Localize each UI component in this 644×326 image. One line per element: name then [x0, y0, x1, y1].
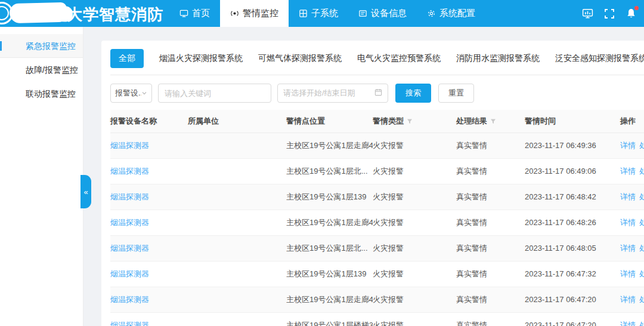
device-name-link[interactable]: 烟温探测器	[110, 269, 149, 278]
handle-link[interactable]: 处理	[639, 167, 644, 176]
field-select-value: 报警设...	[115, 88, 141, 99]
alarm-table: 报警设备名称 所属单位 警情点位置 警情类型 处理结果 警情时间 操作 烟温探测…	[110, 110, 644, 326]
handle-link[interactable]: 处理	[639, 321, 644, 326]
tab-combustible-gas[interactable]: 可燃气体探测报警系统	[258, 53, 342, 64]
detail-link[interactable]: 详情	[620, 218, 636, 227]
detail-link[interactable]: 详情	[620, 295, 636, 304]
alarm-time-cell: 2023-11-17 06:47:32	[525, 261, 620, 287]
app-title: 大学智慧消防	[67, 4, 163, 25]
fullscreen-icon[interactable]	[604, 8, 615, 19]
alarm-time-cell: 2023-11-17 06:48:05	[525, 235, 620, 261]
nav-item-label: 系统配置	[439, 8, 475, 19]
table-row: 烟温探测器 主校区19号公寓1层北... 火灾报警 真实警情 2023-11-1…	[110, 158, 644, 184]
sidebar-collapse-handle[interactable]: «	[80, 175, 91, 208]
sidebar-item-emergency-alarm[interactable]: 紧急报警监控	[0, 34, 83, 58]
nav-item-system-config[interactable]: 系统配置	[417, 0, 485, 27]
reset-button[interactable]: 重置	[438, 84, 474, 103]
handle-link[interactable]: 处理	[639, 141, 644, 150]
search-button[interactable]: 搜索	[395, 84, 431, 103]
notification-badge	[634, 6, 639, 10]
sidebar-item-linkage-alarm[interactable]: 联动报警监控	[0, 82, 83, 106]
filter-funnel-icon[interactable]	[407, 117, 413, 126]
tab-fire-water[interactable]: 消防用水监测报警系统	[456, 53, 540, 64]
alarm-type-cell: 火灾报警	[373, 312, 456, 326]
keyword-input[interactable]	[158, 84, 271, 103]
table-row: 烟温探测器 主校区19号公寓1层走廊4 火灾报警 真实警情 2023-11-17…	[110, 210, 644, 235]
device-name-link[interactable]: 烟温探测器	[110, 244, 149, 253]
detail-link[interactable]: 详情	[620, 141, 636, 150]
tab-electrical-fire[interactable]: 电气火灾监控预警系统	[357, 53, 441, 64]
unit-cell	[188, 312, 286, 326]
location-cell: 主校区19号公寓1层北...	[286, 158, 373, 184]
device-name-link[interactable]: 烟温探测器	[110, 141, 149, 150]
bell-icon[interactable]	[626, 8, 637, 19]
device-name-link[interactable]: 烟温探测器	[110, 218, 149, 227]
detail-link[interactable]: 详情	[620, 167, 636, 176]
handle-link[interactable]: 处理	[639, 295, 644, 304]
device-name-link[interactable]: 烟温探测器	[110, 295, 149, 304]
system-tabs: 全部 烟温火灾探测报警系统 可燃气体探测报警系统 电气火灾监控预警系统 消防用水…	[110, 49, 644, 75]
nav-item-device-info[interactable]: 设备信息	[348, 0, 417, 27]
sidebar-item-fault-alarm[interactable]: 故障/报警监控	[0, 58, 83, 82]
handle-link[interactable]: 处理	[639, 218, 644, 227]
unit-cell	[188, 210, 286, 235]
unit-cell	[188, 158, 286, 184]
nav-item-label: 设备信息	[371, 8, 407, 19]
calendar-icon	[374, 88, 382, 99]
main-nav: 首页 警情监控 子系统 设备信息 系统配置	[169, 0, 485, 27]
alarm-time-cell: 2023-11-17 06:48:42	[525, 184, 620, 210]
table-row: 烟温探测器 主校区19号公寓1层走廊4 火灾报警 真实警情 2023-11-17…	[110, 133, 644, 158]
handle-result-cell: 真实警情	[456, 287, 525, 312]
brand: 大学智慧消防	[0, 0, 167, 27]
device-name-link[interactable]: 烟温探测器	[110, 192, 149, 201]
field-select[interactable]: 报警设...	[110, 84, 152, 103]
filter-funnel-icon[interactable]	[490, 117, 496, 126]
navbar-right-icons	[582, 0, 637, 27]
detail-link[interactable]: 详情	[620, 321, 636, 326]
col-alarm-time: 警情时间	[525, 110, 620, 133]
handle-link[interactable]: 处理	[639, 244, 644, 253]
detail-link[interactable]: 详情	[620, 192, 636, 201]
nav-item-home[interactable]: 首页	[169, 0, 220, 27]
device-name-link[interactable]: 烟温探测器	[110, 167, 149, 176]
tab-all[interactable]: 全部	[110, 49, 144, 68]
alarm-type-cell: 火灾报警	[373, 261, 456, 287]
sidebar-item-label: 联动报警监控	[26, 89, 76, 99]
sidebar: 紧急报警监控 故障/报警监控 联动报警监控	[0, 27, 83, 326]
dashboard-chart-icon[interactable]	[582, 8, 593, 19]
tab-smoke-temp-fire[interactable]: 烟温火灾探测报警系统	[159, 53, 243, 64]
col-device-name: 报警设备名称	[110, 110, 188, 133]
unit-cell	[188, 261, 286, 287]
alarm-type-cell: 火灾报警	[373, 210, 456, 235]
table-row: 烟温探测器 主校区19号公寓1层走廊4 火灾报警 真实警情 2023-11-17…	[110, 287, 644, 312]
col-unit: 所属单位	[188, 110, 286, 133]
device-info-icon	[358, 9, 367, 18]
alarm-type-cell: 火灾报警	[373, 158, 456, 184]
detail-link[interactable]: 详情	[620, 244, 636, 253]
nav-item-alarm-monitor[interactable]: 警情监控	[220, 0, 289, 27]
handle-link[interactable]: 处理	[639, 269, 644, 278]
date-range-input[interactable]: 请选择开始/结束日期	[277, 84, 388, 103]
col-actions: 操作	[620, 110, 644, 133]
alarm-time-cell: 2023-11-17 06:47:20	[525, 312, 620, 326]
col-location: 警情点位置	[286, 110, 373, 133]
handle-link[interactable]: 处理	[639, 192, 644, 201]
home-monitor-icon	[179, 9, 188, 18]
chevron-down-icon	[141, 89, 147, 98]
handle-result-cell: 真实警情	[456, 261, 525, 287]
gear-icon	[427, 9, 436, 18]
col-handle-result: 处理结果	[456, 110, 525, 133]
nav-item-subsystems[interactable]: 子系统	[289, 0, 348, 27]
detail-link[interactable]: 详情	[620, 269, 636, 278]
location-cell: 主校区19号公寓1层北...	[286, 235, 373, 261]
sidebar-item-label: 故障/报警监控	[26, 65, 78, 75]
table-row: 烟温探测器 主校区19号公寓1层139 火灾报警 真实警情 2023-11-17…	[110, 261, 644, 287]
tab-pan-safety-sensing[interactable]: 泛安全感知探测报警系统	[555, 53, 644, 64]
location-cell: 主校区19号公寓1层走廊4	[286, 210, 373, 235]
nav-item-label: 子系统	[311, 8, 338, 19]
location-cell: 主校区19号公寓1层走廊4	[286, 133, 373, 158]
alarm-type-cell: 火灾报警	[373, 133, 456, 158]
device-name-link[interactable]: 烟温探测器	[110, 321, 149, 326]
alarm-monitor-panel: 全部 烟温火灾探测报警系统 可燃气体探测报警系统 电气火灾监控预警系统 消防用水…	[101, 41, 644, 326]
subsystem-grid-icon	[299, 9, 308, 18]
